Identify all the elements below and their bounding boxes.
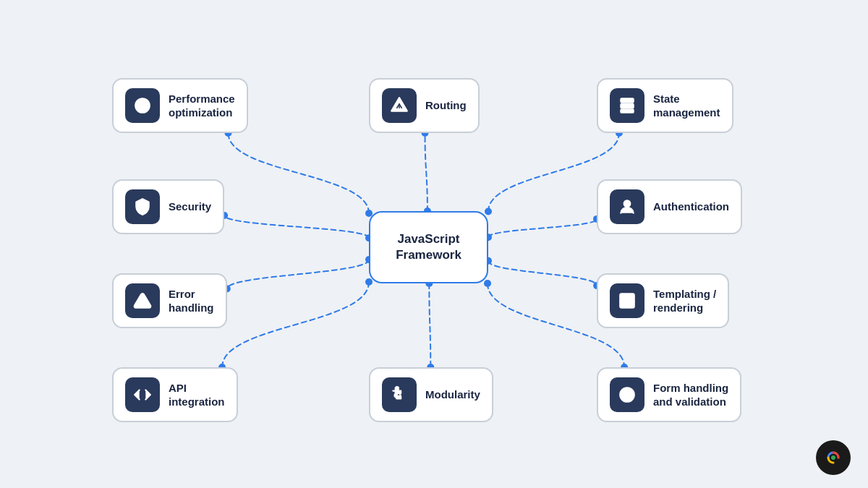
svg-point-18 bbox=[484, 280, 491, 287]
shield-icon bbox=[125, 189, 160, 224]
center-label: JavaScriptFramework bbox=[396, 231, 461, 263]
center-node: JavaScriptFramework bbox=[369, 211, 488, 283]
node-performance: Performanceoptimization bbox=[112, 78, 248, 133]
logo bbox=[816, 440, 851, 475]
error-label: Errorhandling bbox=[169, 287, 214, 315]
form-icon bbox=[610, 377, 644, 412]
diagram-container: JavaScriptFramework Performanceoptimizat… bbox=[0, 0, 868, 488]
node-form: Form handlingand validation bbox=[597, 367, 741, 422]
alert-icon bbox=[125, 283, 160, 318]
routing-icon bbox=[382, 88, 417, 123]
puzzle-icon bbox=[382, 377, 417, 412]
svg-rect-24 bbox=[621, 109, 633, 112]
node-routing: Routing bbox=[369, 78, 480, 133]
node-state: Statemanagement bbox=[597, 78, 733, 133]
node-api: APIintegration bbox=[112, 367, 238, 422]
svg-rect-30 bbox=[624, 297, 627, 301]
form-label: Form handlingand validation bbox=[653, 381, 728, 409]
auth-icon bbox=[610, 189, 644, 224]
security-label: Security bbox=[169, 200, 211, 214]
template-icon bbox=[610, 283, 644, 318]
routing-label: Routing bbox=[425, 98, 467, 113]
code-icon bbox=[125, 377, 160, 412]
svg-point-14 bbox=[365, 278, 373, 286]
svg-rect-23 bbox=[621, 104, 633, 108]
authentication-label: Authentication bbox=[653, 200, 729, 214]
node-authentication: Authentication bbox=[597, 179, 742, 234]
node-security: Security bbox=[112, 179, 224, 234]
templating-label: Templating /rendering bbox=[653, 287, 716, 315]
state-icon bbox=[610, 88, 644, 123]
svg-rect-22 bbox=[621, 98, 633, 102]
gauge-icon bbox=[125, 88, 160, 123]
modularity-label: Modularity bbox=[425, 388, 480, 402]
performance-label: Performanceoptimization bbox=[169, 92, 235, 120]
state-label: Statemanagement bbox=[653, 92, 720, 120]
node-error: Errorhandling bbox=[112, 273, 227, 328]
api-label: APIintegration bbox=[169, 381, 225, 409]
svg-point-26 bbox=[626, 202, 628, 205]
svg-point-36 bbox=[831, 455, 835, 460]
node-modularity: Modularity bbox=[369, 367, 493, 422]
svg-point-4 bbox=[485, 208, 492, 215]
node-templating: Templating /rendering bbox=[597, 273, 729, 328]
